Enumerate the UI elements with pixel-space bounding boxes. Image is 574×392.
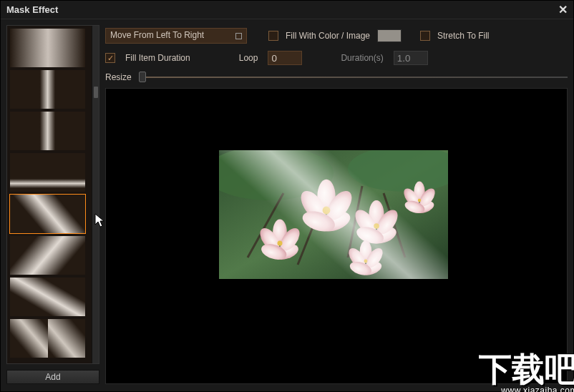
preview-panel xyxy=(105,88,568,384)
fill-color-checkbox[interactable] xyxy=(268,31,278,41)
close-icon[interactable]: ✕ xyxy=(558,6,568,14)
duration-input[interactable] xyxy=(394,51,428,65)
fill-item-duration-checkbox[interactable] xyxy=(105,53,115,63)
fill-item-duration-label: Fill Item Duration xyxy=(125,53,190,63)
mask-thumb[interactable] xyxy=(10,70,85,109)
svg-point-20 xyxy=(374,223,379,229)
mask-thumb[interactable] xyxy=(10,153,85,192)
resize-label: Resize xyxy=(105,72,132,82)
mask-thumb[interactable] xyxy=(10,112,85,150)
thumbs-scrollbar[interactable] xyxy=(92,26,99,363)
mask-thumb[interactable] xyxy=(10,29,85,67)
mask-thumbnail-panel xyxy=(6,25,99,364)
window-title: Mask Effect xyxy=(6,4,58,15)
fill-color-label: Fill With Color / Image xyxy=(286,31,370,41)
add-button[interactable]: Add xyxy=(6,370,99,384)
loop-input[interactable] xyxy=(268,51,302,65)
dropdown-value: Move From Left To Right xyxy=(110,30,204,40)
mask-thumb[interactable] xyxy=(10,236,85,275)
svg-point-14 xyxy=(278,241,283,246)
titlebar: Mask Effect ✕ xyxy=(1,1,573,19)
loop-label: Loop xyxy=(239,53,258,63)
scroll-handle[interactable] xyxy=(94,87,98,98)
duration-label: Duration(s) xyxy=(341,53,383,63)
svg-point-32 xyxy=(364,260,368,263)
stretch-checkbox[interactable] xyxy=(420,31,430,41)
resize-slider-thumb[interactable] xyxy=(139,72,146,82)
resize-slider[interactable] xyxy=(139,72,568,82)
preview-image xyxy=(219,150,448,279)
mask-thumb[interactable] xyxy=(10,319,85,358)
mask-thumb[interactable] xyxy=(10,278,85,316)
svg-point-8 xyxy=(323,207,331,215)
mask-thumb[interactable] xyxy=(10,195,85,233)
movement-dropdown[interactable]: Move From Left To Right xyxy=(105,28,247,44)
svg-point-26 xyxy=(418,199,421,202)
fill-color-swatch[interactable] xyxy=(377,29,402,42)
stretch-label: Stretch To Fill xyxy=(437,31,489,41)
